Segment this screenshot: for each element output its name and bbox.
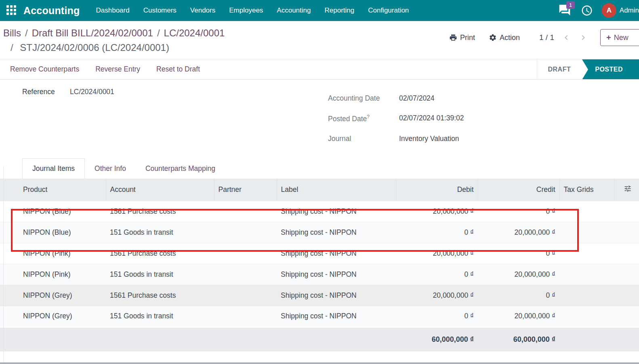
posted-date-value[interactable]: 02/07/2024 01:39:02 xyxy=(399,114,464,123)
user-name: Admin xyxy=(620,6,639,15)
cell-credit: 20,000,000 ₫ xyxy=(478,222,559,243)
cell-partner xyxy=(214,222,277,243)
avatar: A xyxy=(602,3,616,18)
cell-product: NIPPON (Blue) xyxy=(0,222,106,243)
column-header-product[interactable]: Product xyxy=(0,179,106,201)
column-header-tax-grids[interactable]: Tax Grids xyxy=(559,179,614,201)
status-draft[interactable]: DRAFT xyxy=(537,59,582,79)
breadcrumb-link-draft-bill-bill-2024-02-0001[interactable]: Draft Bill BILL/2024/02/0001 xyxy=(32,27,153,38)
cell-product: NIPPON (Grey) xyxy=(0,306,106,327)
cell-label: Shipping cost - NIPPON xyxy=(277,243,396,264)
header-actions: Print Action 1 / 1 New xyxy=(449,29,639,46)
user-menu[interactable]: A Admin xyxy=(602,3,639,18)
nav-menu-accounting[interactable]: Accounting xyxy=(277,6,311,15)
column-header-debit[interactable]: Debit xyxy=(396,179,478,201)
breadcrumb-link-bills[interactable]: Bills xyxy=(3,27,21,38)
status-arrow-notch xyxy=(582,59,588,80)
totals-row: 60,000,000 ₫ 60,000,000 ₫ xyxy=(0,327,639,351)
journal-item-row[interactable]: NIPPON (Grey)151 Goods in transitShippin… xyxy=(0,306,639,327)
tab-journal-items[interactable]: Journal Items xyxy=(22,158,85,179)
cell-debit: 20,000,000 ₫ xyxy=(396,243,478,264)
optional-columns-button[interactable] xyxy=(614,179,639,201)
plus-icon xyxy=(606,33,611,42)
cell-label: Shipping cost - NIPPON xyxy=(277,201,396,222)
pager-previous-button[interactable] xyxy=(561,33,571,42)
cell-account: 151 Goods in transit xyxy=(106,306,214,327)
messages-button[interactable]: 1 xyxy=(558,4,572,17)
cell-credit: 20,000,000 ₫ xyxy=(478,306,559,327)
cell-debit: 0 ₫ xyxy=(396,306,478,327)
journal-item-row[interactable]: NIPPON (Grey)1561 Purchase costsShipping… xyxy=(0,285,639,306)
cell-actions xyxy=(614,243,639,264)
totals-spacer xyxy=(0,327,396,351)
cell-product: NIPPON (Blue) xyxy=(0,201,106,222)
journal-item-row[interactable]: NIPPON (Blue)1561 Purchase costsShipping… xyxy=(0,201,639,222)
cell-actions xyxy=(614,285,639,306)
tab-counterparts-mapping[interactable]: Counterparts Mapping xyxy=(136,158,225,179)
column-header-credit[interactable]: Credit xyxy=(478,179,559,201)
table-body: NIPPON (Blue)1561 Purchase costsShipping… xyxy=(0,201,639,327)
pager-next-button[interactable] xyxy=(578,33,588,42)
printer-icon xyxy=(449,34,457,42)
nav-menu-customers[interactable]: Customers xyxy=(143,6,177,15)
journal-value[interactable]: Inventory Valuation xyxy=(399,135,459,143)
action-button[interactable]: Action xyxy=(489,34,520,42)
reverse-entry-button[interactable]: Reverse Entry xyxy=(95,65,140,74)
nav-menu-vendors[interactable]: Vendors xyxy=(190,6,215,15)
total-credit: 60,000,000 ₫ xyxy=(478,327,559,351)
print-button[interactable]: Print xyxy=(449,34,475,42)
chevron-right-icon xyxy=(578,33,588,42)
tab-other-info[interactable]: Other Info xyxy=(85,158,136,179)
nav-menu-reporting[interactable]: Reporting xyxy=(324,6,354,15)
nav-menu-configuration[interactable]: Configuration xyxy=(368,6,409,15)
column-header-account[interactable]: Account xyxy=(106,179,214,201)
status-posted-label: POSTED xyxy=(595,66,623,73)
pager: 1 / 1 xyxy=(539,33,554,42)
cell-label: Shipping cost - NIPPON xyxy=(277,222,396,243)
cell-tax-grids xyxy=(559,243,614,264)
cell-credit: 20,000,000 ₫ xyxy=(478,264,559,285)
breadcrumb-separator: / xyxy=(157,27,160,38)
reference-value[interactable]: LC/2024/0001 xyxy=(70,88,114,96)
total-debit: 60,000,000 ₫ xyxy=(396,327,478,351)
activities-clock-icon[interactable] xyxy=(581,4,593,17)
bottom-scrollbar[interactable] xyxy=(0,362,639,364)
cell-tax-grids xyxy=(559,222,614,243)
cell-label: Shipping cost - NIPPON xyxy=(277,285,396,306)
reset-to-draft-button[interactable]: Reset to Draft xyxy=(156,65,200,74)
journal-item-row[interactable]: NIPPON (Pink)1561 Purchase costsShipping… xyxy=(0,243,639,264)
nav-menu-employees[interactable]: Employees xyxy=(229,6,263,15)
statusbar: DRAFT POSTED xyxy=(537,59,639,79)
column-header-partner[interactable]: Partner xyxy=(214,179,277,201)
print-label: Print xyxy=(460,34,475,42)
nav-menu-dashboard[interactable]: Dashboard xyxy=(96,6,130,15)
column-header-label[interactable]: Label xyxy=(277,179,396,201)
cell-account: 151 Goods in transit xyxy=(106,222,214,243)
journal-item-row[interactable]: NIPPON (Pink)151 Goods in transitShippin… xyxy=(0,264,639,285)
cell-debit: 20,000,000 ₫ xyxy=(396,285,478,306)
nav-menu: DashboardCustomersVendorsEmployeesAccoun… xyxy=(96,6,409,15)
cell-tax-grids xyxy=(559,201,614,222)
apps-grid-icon[interactable] xyxy=(6,5,17,16)
reference-label: Reference xyxy=(22,88,68,96)
cell-product: NIPPON (Grey) xyxy=(0,285,106,306)
cell-credit: 0 ₫ xyxy=(478,243,559,264)
control-bar: Remove CounterpartsReverse EntryReset to… xyxy=(0,59,639,80)
breadcrumb-link-lc-2024-0001[interactable]: LC/2024/0001 xyxy=(164,27,225,38)
journal-item-row[interactable]: NIPPON (Blue)151 Goods in transitShippin… xyxy=(0,222,639,243)
new-button[interactable]: New xyxy=(600,29,639,46)
cell-credit: 0 ₫ xyxy=(478,201,559,222)
cell-account: 151 Goods in transit xyxy=(106,264,214,285)
remove-counterparts-button[interactable]: Remove Counterparts xyxy=(10,65,79,74)
cell-account: 1561 Purchase costs xyxy=(106,243,214,264)
cell-credit: 0 ₫ xyxy=(478,285,559,306)
app-title[interactable]: Accounting xyxy=(23,5,80,17)
cell-partner xyxy=(214,285,277,306)
column-settings-icon xyxy=(624,185,632,193)
accounting-date-value[interactable]: 02/07/2024 xyxy=(399,94,435,103)
cell-tax-grids xyxy=(559,264,614,285)
cell-actions xyxy=(614,306,639,327)
cell-account: 1561 Purchase costs xyxy=(106,201,214,222)
sheet-left-border xyxy=(3,166,4,364)
cell-partner xyxy=(214,201,277,222)
